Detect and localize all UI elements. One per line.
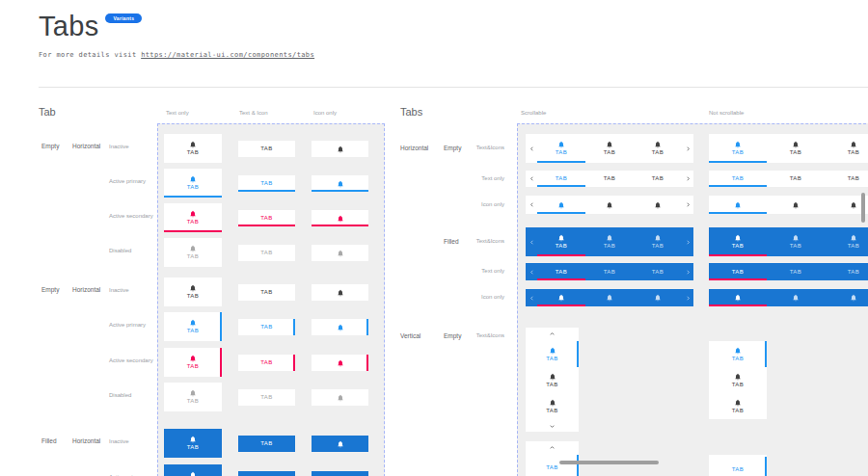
vertical-scrollbar[interactable] <box>861 193 865 223</box>
tab-item[interactable]: TAB <box>825 263 868 280</box>
notification-bell-icon <box>734 294 742 302</box>
tab-label: TAB <box>732 408 745 414</box>
scroll-right-button[interactable] <box>682 227 693 256</box>
notification-bell-icon <box>654 141 662 148</box>
tab-item[interactable]: TAB <box>767 263 825 280</box>
tab-indicator-bottom <box>164 196 222 198</box>
tab-cell-icon[interactable] <box>312 141 368 157</box>
scroll-left-button[interactable] <box>526 227 537 256</box>
scroll-right-button[interactable] <box>682 263 693 280</box>
tab-cell-icontext[interactable]: TAB <box>164 278 222 306</box>
tab-cell-icon[interactable] <box>312 389 368 406</box>
tab-item[interactable] <box>767 289 825 306</box>
tab-item[interactable]: TAB <box>709 367 767 393</box>
scroll-left-button[interactable] <box>526 171 537 187</box>
scroll-down-button[interactable] <box>526 420 579 432</box>
tab-item[interactable]: TAB <box>767 227 825 256</box>
tab-item[interactable] <box>767 196 825 214</box>
tab-item[interactable]: TAB <box>634 134 682 163</box>
tab-item[interactable]: TAB <box>709 227 767 256</box>
tab-cell-icontext[interactable]: TAB <box>164 429 222 458</box>
tab-item[interactable]: TAB <box>825 171 868 187</box>
tab-cell-icontext[interactable]: TAB <box>164 134 222 163</box>
tab-cell-icontext[interactable]: TAB <box>164 312 222 341</box>
tab-cell-icon[interactable] <box>312 355 368 371</box>
tab-cell-text[interactable]: TAB <box>238 355 295 371</box>
tab-item[interactable]: TAB <box>526 393 579 419</box>
tab-item[interactable] <box>585 289 634 306</box>
tab-cell-icontext[interactable]: TAB <box>164 464 222 476</box>
tab-cell-icon[interactable] <box>312 245 368 261</box>
tab-cell-icontext[interactable]: TAB <box>164 169 222 198</box>
tab-cell-text[interactable]: TAB <box>238 436 295 452</box>
tab-cell-icontext[interactable]: TAB <box>164 203 222 232</box>
tab-item[interactable]: TAB <box>526 455 579 476</box>
scroll-right-button[interactable] <box>682 171 693 187</box>
notification-bell-icon <box>189 141 197 148</box>
tab-item[interactable]: TAB <box>537 134 585 163</box>
tab-label: TAB <box>546 356 558 362</box>
tab-item[interactable]: TAB <box>585 171 634 187</box>
scroll-up-button[interactable] <box>526 328 579 339</box>
tab-cell-icon[interactable] <box>312 436 368 452</box>
tab-item[interactable]: TAB <box>709 341 767 367</box>
tab-item[interactable]: TAB <box>526 341 579 367</box>
tab-cell-text[interactable]: TAB <box>238 284 295 301</box>
tab-indicator-right <box>220 348 222 377</box>
tab-cell-icon[interactable] <box>312 319 368 335</box>
tab-cell-text[interactable]: TAB <box>238 471 295 476</box>
scroll-left-button[interactable] <box>526 196 537 214</box>
tab-item[interactable]: TAB <box>709 134 767 163</box>
tab-indicator-bottom <box>312 225 368 226</box>
tab-cell-icontext[interactable]: TAB <box>164 348 222 377</box>
tab-item[interactable]: TAB <box>767 134 825 163</box>
tab-indicator-right <box>293 355 295 371</box>
tab-item[interactable]: TAB <box>585 227 634 256</box>
tab-item[interactable]: TAB <box>526 367 579 393</box>
tab-item[interactable]: TAB <box>634 227 682 256</box>
notification-bell-icon <box>734 141 742 148</box>
tab-item[interactable] <box>634 289 682 306</box>
tab-cell-icontext[interactable]: TAB <box>164 238 222 267</box>
tab-cell-text[interactable]: TAB <box>238 141 295 157</box>
tab-cell-icon[interactable] <box>312 284 368 301</box>
scroll-left-button[interactable] <box>526 134 537 163</box>
scroll-right-button[interactable] <box>682 134 693 163</box>
tab-item[interactable]: TAB <box>825 134 868 163</box>
tab-item[interactable]: TAB <box>767 171 825 187</box>
tab-item[interactable] <box>825 289 868 306</box>
tab-item[interactable]: TAB <box>709 393 767 419</box>
tab-item[interactable]: TAB <box>585 134 634 163</box>
tab-item[interactable]: TAB <box>585 263 634 280</box>
scroll-right-button[interactable] <box>682 196 693 214</box>
docs-link[interactable]: https://material-ui.com/components/tabs <box>141 51 314 59</box>
tab-cell-text[interactable]: TAB <box>238 319 295 335</box>
scroll-right-button[interactable] <box>682 289 693 306</box>
tab-item[interactable]: TAB <box>825 227 868 256</box>
notification-bell-icon <box>734 234 742 242</box>
notification-bell-icon <box>337 145 344 153</box>
tab-item[interactable]: TAB <box>634 171 682 187</box>
tab-item[interactable] <box>634 196 682 214</box>
tab-label: TAB <box>732 466 745 473</box>
tab-cell-icontext[interactable]: TAB <box>164 383 222 411</box>
tab-cell-text[interactable]: TAB <box>238 245 295 261</box>
notification-bell-icon <box>850 141 857 148</box>
tab-item[interactable]: TAB <box>537 227 585 256</box>
tab-label: TAB <box>652 149 665 156</box>
scroll-left-button[interactable] <box>526 263 537 280</box>
tabs-strip: TABTABTAB <box>526 171 693 187</box>
scroll-left-button[interactable] <box>526 289 537 306</box>
scroll-up-button[interactable] <box>526 441 579 453</box>
notification-bell-icon <box>734 347 742 355</box>
tab-indicator-right <box>366 355 368 371</box>
tab-label: TAB <box>260 324 273 331</box>
tab-label: TAB <box>790 243 802 250</box>
tab-item[interactable] <box>585 196 634 214</box>
chevron-right-icon <box>685 175 692 182</box>
horizontal-scrollbar[interactable] <box>559 461 659 464</box>
tab-cell-text[interactable]: TAB <box>238 389 295 406</box>
tab-item[interactable]: TAB <box>709 457 767 476</box>
tab-cell-icon[interactable] <box>312 471 368 476</box>
tab-item[interactable]: TAB <box>634 263 682 280</box>
